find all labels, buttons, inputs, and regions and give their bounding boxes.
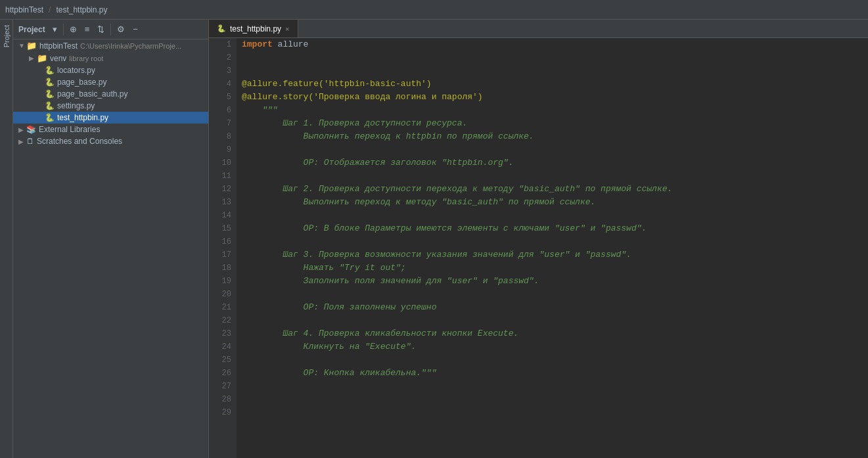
tree-item-external-libs[interactable]: ▶ 📚 External Libraries	[13, 124, 208, 135]
line-number: 26	[214, 367, 231, 380]
toolbar-btn-settings[interactable]: ⚙	[114, 22, 128, 36]
pyfile-icon-locators: 🐍	[45, 66, 55, 75]
editor-area: 🐍 test_httpbin.py × 12345678910111213141…	[209, 20, 868, 458]
folder-icon-venv: 📁	[37, 53, 47, 63]
code-line: Заполнить поля значений для "user" и "pa…	[242, 275, 863, 288]
left-tab-strip: Project	[0, 20, 13, 458]
line-number: 9	[214, 143, 231, 156]
token: ОР: Поля заполнены успешно	[242, 301, 436, 314]
title-separator: /	[49, 5, 51, 14]
line-number: 25	[214, 354, 231, 367]
line-number: 16	[214, 235, 231, 248]
tree-label-page-basic-auth: page_basic_auth.py	[57, 89, 127, 99]
line-number: 18	[214, 262, 231, 275]
code-line	[242, 235, 863, 248]
token: ОР: В блоке Параметры имеются элементы с…	[242, 222, 647, 235]
sidebar-project-tree: Project ▾ ⊕ ≡ ⇅ ⚙ − ▼ 📁 httpbinTest C:\U…	[13, 20, 209, 458]
tree-sublabel-venv: library root	[69, 55, 103, 62]
line-number: 21	[214, 301, 231, 314]
arrow-icon-external-libs: ▶	[18, 126, 26, 133]
tab-py-icon: 🐍	[217, 24, 226, 33]
project-label: Project	[16, 25, 48, 34]
tree-item-root[interactable]: ▼ 📁 httpbinTest C:\Users\Irinka\PycharmP…	[13, 39, 208, 52]
tree-label-root: httpbinTest	[39, 41, 78, 51]
code-line	[242, 143, 863, 156]
code-line: Шаг 2. Проверка доступности перехода к м…	[242, 183, 863, 196]
code-line: ОР: Отображается заголовок "httpbin.org"…	[242, 156, 863, 170]
token: @allure.feature('httpbin-basic-auth')	[242, 78, 432, 91]
code-line: import allure	[242, 38, 863, 51]
code-line: Нажать "Try it out";	[242, 262, 863, 275]
line-number: 11	[214, 170, 231, 183]
code-line	[242, 406, 863, 419]
tree-label-external-libs: External Libraries	[39, 125, 100, 134]
code-line: @allure.feature('httpbin-basic-auth')	[242, 78, 863, 91]
line-number: 27	[214, 380, 231, 393]
tree-label-page-base: page_base.py	[57, 78, 106, 87]
line-number: 3	[214, 64, 231, 78]
token: @allure.story('Проверка ввода логина и п…	[242, 91, 483, 104]
code-line: Шаг 3. Проверка возможности указания зна…	[242, 248, 863, 262]
tree-item-locators[interactable]: ▶ 🐍 locators.py	[13, 64, 208, 76]
arrow-icon-root: ▼	[18, 42, 26, 49]
toolbar-btn-list[interactable]: ≡	[81, 22, 93, 36]
code-line	[242, 209, 863, 222]
token: """	[262, 104, 277, 117]
toolbar-dropdown-icon[interactable]: ▾	[49, 22, 60, 36]
line-number: 5	[214, 91, 231, 104]
tree-label-test-httpbin: test_httpbin.py	[57, 113, 108, 122]
line-number: 2	[214, 51, 231, 64]
editor-tab-test-httpbin[interactable]: 🐍 test_httpbin.py ×	[209, 20, 298, 37]
line-number: 10	[214, 156, 231, 170]
tree-item-test-httpbin[interactable]: ▶ 🐍 test_httpbin.py	[13, 112, 208, 124]
line-number: 1	[214, 38, 231, 51]
tree-item-scratches[interactable]: ▶ 🗒 Scratches and Consoles	[13, 135, 208, 147]
line-number: 14	[214, 209, 231, 222]
line-number: 19	[214, 275, 231, 288]
pyfile-icon-page-basic-auth: 🐍	[45, 89, 55, 99]
token: Заполнить поля значений для "user" и "pa…	[242, 275, 539, 288]
tree-label-settings: settings.py	[57, 101, 95, 110]
code-line: Шаг 1. Проверка доступности ресурса.	[242, 117, 863, 130]
code-line: ▼ """	[242, 104, 863, 117]
line-numbers: 1234567891011121314151617181920212223242…	[209, 38, 237, 458]
tree-item-settings[interactable]: ▶ 🐍 settings.py	[13, 100, 208, 112]
code-line	[242, 380, 863, 393]
toolbar-btn-minimize[interactable]: −	[129, 22, 141, 36]
token: Нажать "Try it out";	[242, 262, 406, 275]
code-content[interactable]: import allure @allure.feature('httpbin-b…	[237, 38, 868, 458]
line-number: 20	[214, 288, 231, 301]
file-tree: ▼ 📁 httpbinTest C:\Users\Irinka\PycharmP…	[13, 39, 208, 147]
token: Выполнить переход к методу "basic_auth" …	[242, 196, 595, 209]
arrow-icon-venv: ▶	[29, 55, 37, 62]
sidebar-toolbar: Project ▾ ⊕ ≡ ⇅ ⚙ −	[13, 20, 208, 39]
toolbar-btn-add[interactable]: ⊕	[66, 22, 80, 36]
tab-label: test_httpbin.py	[230, 24, 281, 34]
tree-item-page-base[interactable]: ▶ 🐍 page_base.py	[13, 76, 208, 88]
token: ОР: Отображается заголовок "httpbin.org"…	[242, 156, 513, 170]
code-line: ОР: Поля заполнены успешно	[242, 301, 863, 314]
code-editor[interactable]: 1234567891011121314151617181920212223242…	[209, 38, 868, 458]
tree-label-venv: venv	[50, 54, 66, 63]
line-number: 24	[214, 340, 231, 354]
line-number: 7	[214, 117, 231, 130]
tree-item-page-basic-auth[interactable]: ▶ 🐍 page_basic_auth.py	[13, 88, 208, 100]
toolbar-btn-sort[interactable]: ⇅	[94, 22, 108, 36]
code-line	[242, 393, 863, 406]
line-number: 17	[214, 248, 231, 262]
line-number: 4	[214, 78, 231, 91]
line-number: 6	[214, 104, 231, 117]
code-line: Выполнить переход к httpbin по прямой сс…	[242, 130, 863, 143]
main-layout: Project Project ▾ ⊕ ≡ ⇅ ⚙ − ▼ 📁 httpbinT…	[0, 20, 868, 458]
code-line: Выполнить переход к методу "basic_auth" …	[242, 196, 863, 209]
line-number: 22	[214, 314, 231, 327]
project-tab-vertical[interactable]: Project	[1, 22, 12, 50]
tab-close-button[interactable]: ×	[285, 25, 289, 33]
token: Кликнуть на "Execute".	[242, 340, 416, 354]
tree-item-venv[interactable]: ▶ 📁 venv library root	[13, 52, 208, 64]
token: import	[242, 38, 273, 51]
code-line	[242, 354, 863, 367]
libraries-icon: 📚	[26, 125, 36, 134]
code-line	[242, 314, 863, 327]
pyfile-icon-page-base: 🐍	[45, 78, 55, 87]
